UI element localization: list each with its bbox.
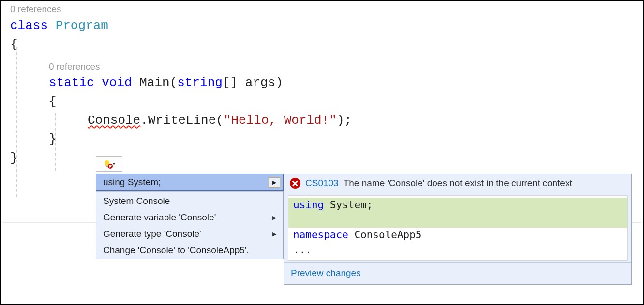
preview-panel: CS0103 The name 'Console' does not exist…	[284, 174, 632, 285]
preview-changes-link[interactable]: Preview changes	[284, 262, 631, 284]
submenu-arrow-icon: ▶	[272, 231, 276, 237]
code-editor[interactable]: 0 references class Program { 0 reference…	[1, 1, 643, 168]
code-line: Console.WriteLine("Hello, World!");	[1, 111, 643, 130]
lightbulb-icon	[103, 160, 111, 168]
error-icon	[290, 178, 300, 189]
quickfix-item-change-to-consoleapp5[interactable]: Change 'Console' to 'ConsoleApp5'.	[96, 242, 283, 259]
quickfix-item-using-system[interactable]: using System; ▶	[96, 174, 284, 191]
codelens-class[interactable]: 0 references	[1, 1, 643, 16]
quickfix-menu: using System; ▶ System.Console Generate …	[96, 174, 284, 259]
quickfix-item-generate-type[interactable]: Generate type 'Console' ▶	[96, 226, 283, 242]
menu-divider	[96, 191, 283, 192]
quickfix-label: System.Console	[103, 196, 170, 206]
error-header: CS0103 The name 'Console' does not exist…	[284, 174, 631, 192]
preview-code-block: using System; namespace ConsoleApp5 ...	[288, 195, 628, 261]
error-code[interactable]: CS0103	[305, 178, 339, 189]
code-line: static void Main(string[] args)	[1, 73, 643, 92]
error-message: The name 'Console' does not exist in the…	[344, 178, 572, 189]
code-line: class Program	[1, 16, 643, 35]
codelens-method[interactable]: 0 references	[1, 60, 643, 74]
quickfix-label: Generate type 'Console'	[103, 229, 201, 239]
chevron-down-icon: ▼	[113, 162, 115, 166]
preview-added-line: using System;	[288, 198, 627, 213]
quickfix-item-generate-variable[interactable]: Generate variable 'Console' ▶	[96, 209, 283, 226]
preview-ellipsis: ...	[288, 243, 627, 258]
code-line: {	[1, 92, 643, 111]
code-line: }	[1, 130, 643, 149]
quickfix-label: using System;	[103, 177, 161, 188]
quickfix-label: Generate variable 'Console'	[103, 212, 216, 223]
submenu-arrow-icon: ▶	[269, 177, 280, 188]
code-line: {	[1, 35, 643, 54]
quickfix-label: Change 'Console' to 'ConsoleApp5'.	[103, 245, 249, 256]
error-squiggle: Console	[88, 113, 140, 128]
lightbulb-button[interactable]: ▼	[96, 156, 122, 172]
preview-added-blank	[288, 213, 627, 228]
submenu-arrow-icon: ▶	[272, 215, 276, 221]
error-badge-icon	[108, 164, 113, 169]
quickfix-item-system-console[interactable]: System.Console	[96, 193, 283, 209]
preview-line: namespace ConsoleApp5	[288, 228, 627, 243]
